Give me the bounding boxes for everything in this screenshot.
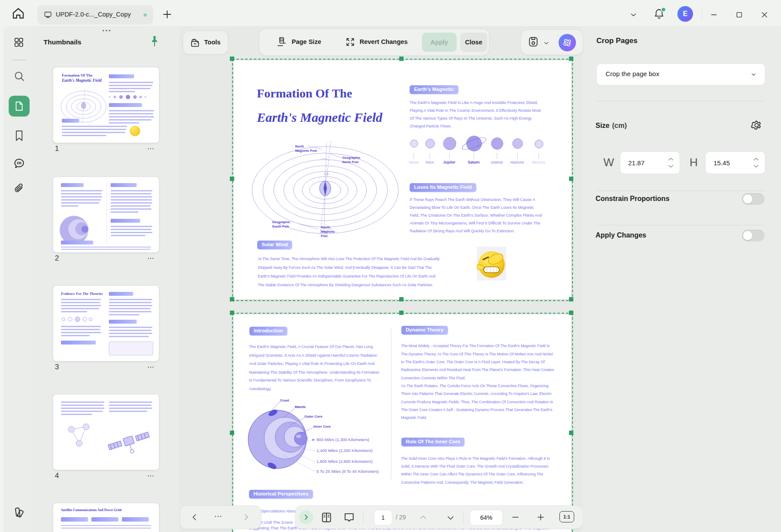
crop2-handle-right-middle[interactable] — [569, 431, 573, 435]
page-total-label: / 29 — [396, 514, 406, 521]
revert-changes-button[interactable]: Revert Changes — [345, 35, 419, 49]
crop-pages-panel: Crop Pages Crop the page box Size (cm) W… — [582, 26, 781, 532]
panel-drag-handle[interactable]: ••• — [98, 30, 116, 34]
crop1-handle-bottom-center[interactable] — [399, 297, 404, 301]
presentation-mode-button[interactable] — [343, 511, 356, 523]
pin-icon — [149, 35, 160, 48]
document-tab[interactable]: UPDF-2.0-c..._Copy_Copy — [37, 5, 153, 24]
crop-mode-select[interactable]: Crop the page box — [596, 64, 765, 85]
thumb4-network-sketch — [62, 422, 97, 452]
sidebar-item-bookmarks[interactable] — [13, 129, 25, 143]
nav-forward-button[interactable] — [241, 512, 251, 522]
crop1-handle-left-middle[interactable] — [230, 177, 234, 181]
close-crop-button[interactable]: Close — [460, 33, 487, 52]
thumb3-circles — [62, 316, 101, 321]
height-stepper[interactable] — [753, 157, 760, 168]
close-window-button[interactable] — [760, 10, 769, 19]
ai-assistant-button[interactable] — [559, 34, 576, 51]
thumbnail-4-number: 4 — [55, 472, 59, 480]
save-button[interactable] — [527, 36, 539, 48]
home-button[interactable] — [10, 6, 26, 21]
crop1-handle-top-left[interactable] — [230, 57, 234, 61]
page-size-button[interactable]: Page Size — [276, 35, 333, 49]
crop-region-page-2[interactable] — [232, 313, 573, 532]
expand-pages-button[interactable] — [299, 510, 313, 524]
thumbnail-1-menu[interactable]: ⋯ — [147, 144, 155, 153]
crop1-handle-right-middle[interactable] — [569, 177, 573, 181]
avatar[interactable]: E — [677, 6, 693, 22]
thumbnail-page-1[interactable]: Formation Of The Earth's Magnetic Field — [53, 67, 159, 143]
new-tab-button[interactable] — [161, 8, 173, 20]
updf-app-window: UPDF-2.0-c..._Copy_Copy E — [0, 0, 781, 532]
sidebar-item-thumbnails[interactable] — [9, 96, 30, 117]
maximize-button[interactable] — [735, 10, 744, 19]
actual-size-button[interactable]: 1:1 — [559, 511, 574, 522]
minimize-icon — [710, 10, 718, 19]
maximize-icon — [735, 10, 744, 19]
size-label: Size — [596, 122, 609, 130]
thumbnail-2-menu[interactable]: ⋯ — [147, 254, 155, 262]
thumbnail-page-5[interactable]: Satellite Communications And Power Grids — [53, 503, 159, 532]
nav-more-button[interactable]: ⋯ — [214, 512, 222, 521]
previous-page-button[interactable] — [418, 513, 428, 522]
thumbnail-page-4[interactable] — [53, 395, 159, 470]
window-menu-button[interactable] — [629, 10, 638, 19]
zoom-level-value[interactable]: 64% — [470, 510, 503, 525]
document-canvas: Formation Of The Earth's Magnetic Field — [179, 26, 582, 532]
thumbnail-3-menu[interactable]: ⋯ — [147, 363, 155, 371]
save-options-button[interactable] — [543, 40, 550, 47]
titlebar: UPDF-2.0-c..._Copy_Copy E — [0, 0, 781, 26]
crop2-handle-top-center[interactable] — [399, 311, 404, 315]
thumb4-satellite-sketch — [104, 420, 152, 463]
pin-panel-button[interactable] — [149, 35, 160, 48]
apply-changes-label: Apply Changes — [596, 231, 646, 239]
width-stepper[interactable] — [668, 157, 675, 168]
crop2-handle-top-right[interactable] — [569, 311, 573, 315]
revert-changes-label: Revert Changes — [360, 38, 407, 45]
home-icon — [10, 6, 26, 21]
width-label: W — [603, 157, 614, 168]
thumbnail-4-menu[interactable]: ⋯ — [147, 472, 155, 480]
sidebar-item-overview[interactable] — [13, 37, 24, 48]
crop1-handle-top-center[interactable] — [399, 57, 404, 61]
titlebar-divider — [702, 9, 702, 20]
crop1-handle-top-right[interactable] — [569, 57, 573, 61]
notifications-button[interactable] — [653, 8, 665, 21]
notification-dot — [661, 7, 666, 12]
nav-back-button[interactable] — [190, 512, 199, 522]
zoom-out-button[interactable] — [511, 512, 520, 522]
crop-panel-title: Crop Pages — [596, 37, 637, 45]
thumbnail-page-3[interactable]: Evidence For The Theories — [53, 286, 159, 361]
sidebar-item-search[interactable] — [13, 70, 26, 83]
sidebar-item-styles[interactable] — [13, 506, 26, 519]
minimize-button[interactable] — [710, 10, 718, 19]
next-page-button[interactable] — [446, 513, 455, 522]
apply-changes-toggle[interactable] — [742, 230, 764, 241]
crop2-handle-top-left[interactable] — [230, 311, 234, 315]
size-settings-button[interactable] — [751, 119, 763, 131]
monitor-icon — [44, 10, 52, 19]
crop-toolbar: Page Size Revert Changes Apply Close — [259, 29, 489, 56]
thumbnail-3-number: 3 — [55, 363, 59, 371]
crop1-handle-bottom-right[interactable] — [569, 297, 573, 301]
zoom-in-button[interactable] — [536, 512, 545, 522]
sidebar-item-attachments[interactable] — [13, 182, 25, 195]
chevron-down-icon — [629, 10, 638, 19]
crop-region-page-1[interactable] — [232, 59, 573, 301]
constrain-proportions-toggle[interactable] — [742, 193, 764, 205]
page-icon — [14, 100, 24, 112]
page-size-label: Page Size — [292, 38, 321, 45]
apply-button[interactable]: Apply — [422, 33, 457, 52]
page-number-input[interactable] — [374, 510, 392, 525]
sidebar-item-comments[interactable] — [13, 157, 26, 170]
crop1-handle-bottom-left[interactable] — [230, 297, 234, 301]
tools-button[interactable]: Tools — [183, 31, 228, 54]
chevron-down-icon — [543, 40, 550, 47]
crop2-handle-left-middle[interactable] — [230, 431, 234, 435]
size-unit-label: (cm) — [612, 122, 627, 130]
thumbnail-page-2[interactable] — [53, 177, 159, 252]
tools-button-label: Tools — [204, 39, 221, 46]
constrain-proportions-label: Constrain Proportions — [596, 195, 670, 203]
paperclip-icon — [13, 182, 25, 195]
reading-mode-button[interactable] — [320, 511, 333, 523]
